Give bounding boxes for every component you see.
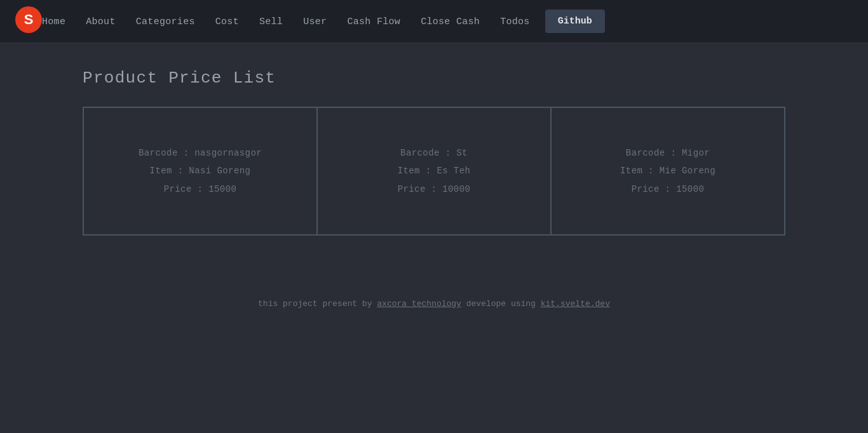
product-3-barcode: Barcode : Migor [626, 146, 710, 160]
product-2-barcode: Barcode : St [400, 146, 468, 160]
product-2-item: Item : Es Teh [398, 164, 471, 178]
navbar: S Home About Categories Cost Sell User C… [0, 0, 868, 43]
footer: this project present by axcora technolog… [0, 274, 868, 321]
main-content: Product Price List Barcode : nasgornasgo… [0, 43, 868, 274]
nav-item-close-cash[interactable]: Close Cash [421, 16, 480, 27]
footer-link-axcora[interactable]: axcora technology [377, 299, 461, 309]
product-grid: Barcode : nasgornasgor Item : Nasi Goren… [83, 107, 785, 236]
product-2-price: Price : 10000 [398, 182, 471, 196]
nav-item-cost[interactable]: Cost [215, 16, 239, 27]
footer-link-svelte[interactable]: kit.svelte.dev [541, 299, 610, 309]
product-card-1: Barcode : nasgornasgor Item : Nasi Goren… [83, 107, 317, 235]
product-1-barcode: Barcode : nasgornasgor [139, 146, 262, 160]
product-1-item: Item : Nasi Goreng [150, 164, 251, 178]
footer-text-middle: develope using [461, 299, 541, 309]
product-3-price: Price : 15000 [632, 182, 705, 196]
product-1-price: Price : 15000 [164, 182, 237, 196]
github-button[interactable]: Github [545, 10, 605, 33]
page-title: Product Price List [83, 69, 785, 88]
svg-text:S: S [24, 11, 34, 27]
nav-item-sell[interactable]: Sell [259, 16, 283, 27]
nav-item-todos[interactable]: Todos [500, 16, 530, 27]
nav-item-cash-flow[interactable]: Cash Flow [347, 16, 400, 27]
nav-links: Home About Categories Cost Sell User Cas… [42, 16, 530, 27]
nav-item-about[interactable]: About [86, 16, 116, 27]
logo: S [15, 6, 42, 36]
product-card-2: Barcode : St Item : Es Teh Price : 10000 [317, 107, 551, 235]
footer-text-before: this project present by [258, 299, 377, 309]
product-card-3: Barcode : Migor Item : Mie Goreng Price … [551, 107, 785, 235]
nav-item-categories[interactable]: Categories [136, 16, 195, 27]
nav-item-user[interactable]: User [303, 16, 327, 27]
product-3-item: Item : Mie Goreng [620, 164, 715, 178]
nav-item-home[interactable]: Home [42, 16, 65, 27]
